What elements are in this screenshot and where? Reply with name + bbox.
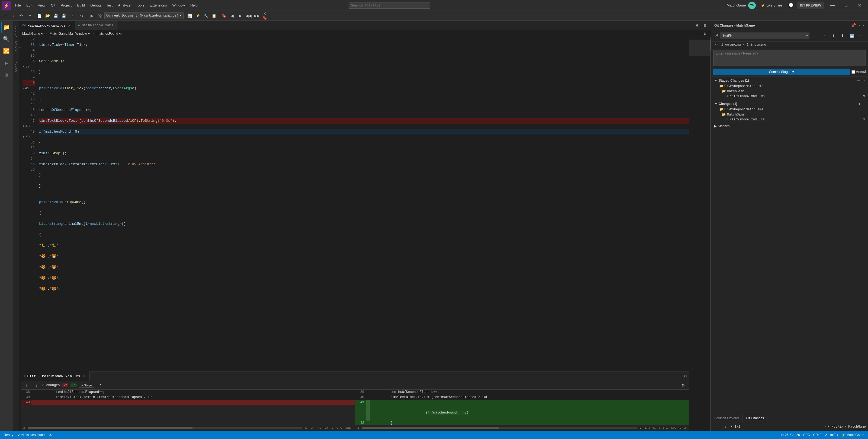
status-issues[interactable]: ✓ No issues found — [16, 431, 46, 439]
status-matchgame[interactable]: ⚡ MatchGame — [840, 433, 866, 437]
toolbar-profiler[interactable]: 📊 — [186, 12, 193, 20]
document-dropdown[interactable]: Current Document (MainWindow.xaml.cs) ▾ — [104, 12, 184, 19]
git-push[interactable]: ⬆ — [830, 32, 837, 39]
status-position[interactable]: Ln: 26, Ch: 26 — [778, 433, 802, 437]
diff-tab-main[interactable]: ≠ Diff - MainWindow.xaml.cs ✕ — [21, 371, 90, 381]
tab-split-icon[interactable]: ⊞ — [701, 22, 709, 29]
menu-git[interactable]: Git — [49, 2, 58, 8]
menu-build[interactable]: Build — [75, 2, 87, 8]
breadcrumb-namespace-select[interactable]: MatchGame.MainWindow — [49, 31, 91, 36]
feedback-button[interactable]: 💬 — [787, 2, 795, 9]
diff-left-pane[interactable]: 38 tenthsOfSecondsElapsed++; 39 timeText… — [21, 390, 355, 425]
toolbar-back[interactable]: ↩ — [1, 12, 9, 20]
git-nav-down-icon[interactable]: ↓ — [722, 423, 730, 430]
git-changes-more-icon[interactable]: ⋯ — [862, 102, 865, 106]
git-fetch-down[interactable]: ↓ — [811, 32, 819, 39]
git-changes-add-icon[interactable]: + — [859, 102, 860, 106]
git-panel-close-icon[interactable]: ✕ — [863, 23, 865, 28]
toolbar-undo[interactable]: ↶ — [17, 12, 25, 20]
minimap-scrollbar[interactable] — [710, 37, 711, 431]
git-staged-minus-icon[interactable]: — — [857, 79, 860, 82]
menu-analyze[interactable]: Analyze — [116, 2, 132, 8]
git-pull[interactable]: ⬇ — [839, 32, 846, 39]
diff-settings-icon[interactable]: ⚙ — [682, 372, 689, 380]
minimap[interactable] — [689, 37, 711, 431]
git-staged-folder[interactable]: 📂 MatchGame — [711, 89, 868, 94]
git-staged-more-icon[interactable]: ⋯ — [862, 79, 865, 82]
search-input[interactable] — [349, 2, 430, 9]
git-changes-file[interactable]: C# MainWindow.xaml.cs M — [711, 117, 868, 122]
close-button[interactable]: ✕ — [854, 1, 866, 9]
tab-solution-explorer[interactable]: Solution Explorer — [711, 414, 743, 422]
stage-button[interactable]: + Stage — [79, 383, 94, 388]
int-preview-button[interactable]: INT PREVIEW — [797, 2, 824, 9]
menu-window[interactable]: Window — [170, 2, 187, 8]
git-commit-staged-button[interactable]: Commit Staged ▾ — [713, 68, 850, 75]
menu-test[interactable]: Test — [104, 2, 115, 8]
git-nav-up-icon[interactable]: ↑ — [713, 423, 721, 430]
toolbar-redo2[interactable]: ↪ — [78, 12, 86, 20]
git-changes-header[interactable]: ▼ Changes (1) + ⋯ — [711, 101, 868, 107]
toolbar-run[interactable]: ▶ — [88, 12, 96, 20]
git-commit-message[interactable] — [713, 50, 866, 66]
git-changes-folder[interactable]: 📂 MatchGame — [711, 112, 868, 117]
git-staged-repo[interactable]: 📁 C:\MyRepos\MatchGame — [711, 84, 868, 89]
toolbar-undo2[interactable]: ↩ — [70, 12, 78, 20]
diff-tab-close[interactable]: ✕ — [82, 374, 86, 379]
git-staged-file[interactable]: C# MainWindow.xaml.cs M — [711, 94, 868, 99]
diff-revert[interactable]: ↺ — [96, 382, 104, 389]
diff-settings2[interactable]: ⚙ — [679, 382, 687, 389]
toolbar-save[interactable]: 💾 — [52, 12, 59, 20]
toolbar-forward[interactable]: ↪ — [9, 12, 17, 20]
git-more[interactable]: ⋯ — [857, 32, 865, 39]
status-ready[interactable]: Ready — [2, 431, 15, 439]
git-panel-dropdown-icon[interactable]: ▾ — [858, 23, 860, 28]
toolbar-new[interactable]: 📄 — [35, 12, 43, 20]
git-sync[interactable]: 🔄 — [848, 32, 856, 39]
code-content[interactable]: timer.Tick += Timer_Tick; SetUpGame(); }… — [37, 37, 689, 371]
toolbar-redo[interactable]: ↷ — [26, 12, 33, 20]
toolbar-bm2[interactable]: ◀ — [228, 12, 236, 20]
breadcrumb-member-select[interactable]: matchesFound — [95, 31, 123, 36]
breadcrumb-project-select[interactable]: MatchGame — [21, 31, 44, 36]
menu-file[interactable]: File — [13, 2, 23, 8]
diff-left-scrollbar[interactable] — [28, 427, 302, 429]
diff-right-pane[interactable]: 39 tenthsOfSecondsElapsed++; 40 timeText… — [355, 390, 689, 425]
toolbar-save-all[interactable]: 💾 — [60, 12, 67, 20]
toolbox-label[interactable]: Toolbox — [14, 62, 18, 74]
diff-right-scrollbar[interactable] — [362, 427, 637, 429]
toolbar-bm3[interactable]: ▶ — [237, 12, 244, 20]
breadcrumb-add-icon[interactable]: ⊕ — [701, 30, 709, 37]
menu-help[interactable]: Help — [188, 2, 200, 8]
activity-extensions[interactable]: ⊞ — [1, 69, 12, 80]
menu-tools[interactable]: Tools — [134, 2, 146, 8]
tab-mainwindow-cs[interactable]: C# MainWindow.xaml.cs ✕ — [19, 21, 75, 30]
status-spaces[interactable]: SPC — [802, 433, 812, 437]
menu-debug[interactable]: Debug — [88, 2, 103, 8]
tab-mainwindow-xaml[interactable]: ⊞ MainWindow.xaml — [75, 21, 117, 30]
tab-close-cs[interactable]: ✕ — [67, 23, 71, 28]
server-explorer-label[interactable]: Server Explorer — [14, 26, 18, 51]
diff-nav-down[interactable]: ↓ — [33, 382, 40, 389]
user-avatar[interactable]: TG — [748, 2, 756, 9]
toolbar-mem[interactable]: 🔧 — [202, 12, 210, 20]
code-editor[interactable]: 32 33 34 35 36 ▼37 38 39 40 ◁41 42 43 44… — [21, 37, 689, 431]
toolbar-bm1[interactable]: 🔖 — [220, 12, 228, 20]
activity-search[interactable]: 🔍 — [1, 34, 12, 45]
minimize-button[interactable]: — — [826, 1, 839, 9]
tab-settings-icon[interactable]: ⚙ — [693, 22, 701, 29]
git-panel-pin-icon[interactable]: 📌 — [851, 23, 856, 28]
live-share-button[interactable]: ⚡ Live Share — [758, 2, 785, 9]
tab-git-changes[interactable]: Git Changes — [743, 414, 768, 422]
toolbar-bm4[interactable]: ◀◀ — [245, 12, 252, 20]
activity-run[interactable]: ▶ — [1, 57, 12, 68]
git-stashes-section[interactable]: ▶ Stashes — [711, 123, 868, 129]
menu-project[interactable]: Project — [59, 2, 74, 8]
toolbar-attach[interactable]: 📎 — [96, 12, 104, 20]
toolbar-open[interactable]: 📂 — [44, 12, 51, 20]
toolbar-diag[interactable]: 📋 — [210, 12, 218, 20]
git-branch-select[interactable]: HotFix — [720, 33, 809, 39]
menu-extensions[interactable]: Extensions — [148, 2, 169, 8]
status-crlf[interactable]: CRLF — [812, 433, 823, 437]
toolbar-bm5[interactable]: ▶▶ — [253, 12, 260, 20]
